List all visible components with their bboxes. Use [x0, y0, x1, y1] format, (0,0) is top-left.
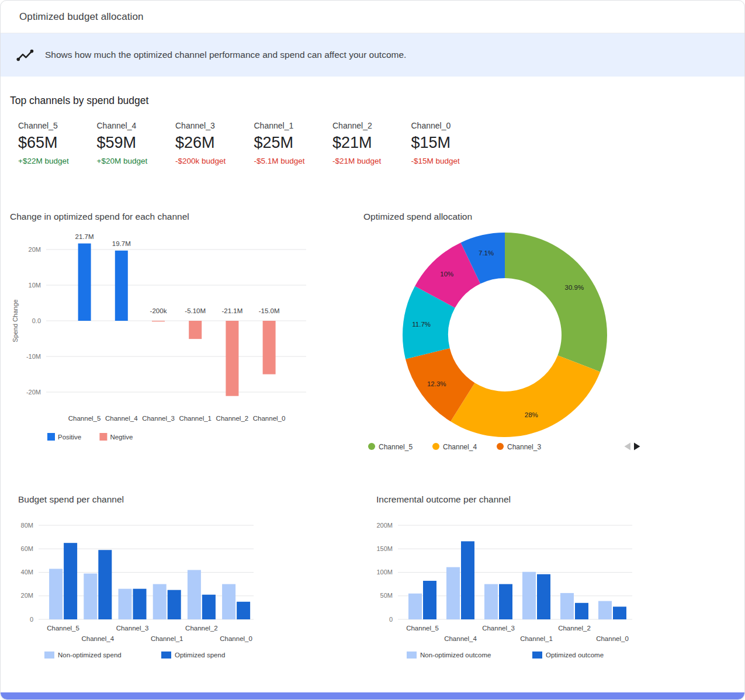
x-tick-label: Channel_5	[47, 625, 79, 632]
spend-change-chart-title: Change in optimized spend for each chann…	[10, 212, 189, 222]
channel-budget-delta: -$21M budget	[332, 157, 411, 165]
channel-name: Channel_4	[97, 122, 176, 130]
channel-spend-value: $21M	[332, 135, 411, 151]
channel-name: Channel_2	[332, 122, 411, 130]
donut-slice	[505, 233, 607, 372]
spend-change-bar	[78, 244, 91, 321]
y-tick-label: 200M	[376, 522, 393, 529]
bottom-accent-bar	[1, 692, 744, 699]
channel-card-channel_2: Channel_2$21M-$21M budget	[332, 122, 411, 165]
spend-change-bar	[152, 321, 165, 321]
x-tick-label: Channel_3	[482, 625, 515, 632]
budget-allocation-card: Optimized budget allocation Shows how mu…	[0, 0, 745, 700]
legend-label: Non-optimized spend	[58, 652, 122, 659]
y-tick-label: 100M	[376, 569, 393, 576]
optimized-bar	[202, 595, 216, 619]
non-optimized-bar	[222, 584, 235, 619]
optimized-bar	[499, 584, 512, 619]
y-tick-label: 150M	[376, 545, 393, 552]
optimized-bar	[613, 607, 626, 619]
legend-label: Optimized spend	[175, 652, 225, 659]
non-optimized-bar	[119, 589, 132, 619]
x-tick-label: Channel_5	[68, 415, 101, 422]
channel-card-channel_5: Channel_5$65M+$22M budget	[18, 122, 97, 165]
y-tick-label: 50M	[380, 592, 393, 599]
donut-slice	[451, 355, 600, 437]
legend-label: Negtive	[110, 434, 133, 441]
non-optimized-bar	[598, 601, 612, 619]
y-tick-label: 0	[389, 616, 393, 623]
legend-next-button[interactable]	[634, 443, 640, 451]
y-tick-label: 20M	[21, 592, 33, 599]
channel-spend-value: $15M	[411, 135, 490, 151]
legend-dot	[497, 443, 504, 450]
y-tick-label: 0.0	[32, 317, 41, 324]
y-axis-title: Spend Change	[12, 299, 19, 342]
channel-spend-value: $65M	[18, 135, 97, 151]
legend-label: Positive	[58, 434, 81, 441]
optimized-bar	[237, 602, 250, 619]
budget-spend-chart-title: Budget spend per channel	[18, 494, 124, 505]
budget-spend-chart: 020M40M60M80MChannel_5Channel_4Channel_3…	[18, 515, 299, 664]
x-tick-label: Channel_2	[185, 625, 218, 632]
slice-percent-label: 30.9%	[565, 284, 584, 291]
y-tick-label: 20M	[29, 246, 41, 253]
optimized-bar	[575, 603, 588, 619]
spend-allocation-chart-title: Optimized spend allocation	[363, 212, 472, 222]
bar-value-label: 21.7M	[75, 233, 94, 240]
optimized-bar	[461, 541, 474, 619]
legend-swatch	[99, 433, 107, 441]
y-tick-label: 40M	[21, 569, 33, 576]
bar-value-label: -200k	[150, 307, 167, 314]
x-tick-label: Channel_4	[105, 415, 138, 422]
x-tick-label: Channel_0	[253, 415, 286, 422]
channel-card-channel_4: Channel_4$59M+$20M budget	[97, 122, 176, 165]
channel-spend-value: $59M	[97, 135, 176, 151]
legend-label: Optimized outcome	[546, 652, 604, 659]
y-tick-label: -20M	[26, 389, 41, 396]
incremental-outcome-chart-title: Incremental outcome per channel	[376, 494, 511, 505]
card-titlebar: Optimized budget allocation	[1, 1, 744, 33]
insights-icon	[16, 46, 34, 64]
legend-dot	[432, 443, 439, 450]
x-tick-label: Channel_0	[596, 635, 629, 642]
x-tick-label: Channel_1	[179, 415, 212, 422]
channel-spend-value: $26M	[175, 135, 254, 151]
legend-label: Channel_3	[507, 443, 541, 451]
channel-budget-delta: -$200k budget	[175, 157, 254, 165]
legend-swatch	[44, 652, 54, 659]
page-title: Optimized budget allocation	[19, 11, 144, 23]
channel-budget-delta: -$5.1M budget	[254, 157, 333, 165]
top-channels-heading: Top channels by spend budget	[10, 95, 148, 107]
x-tick-label: Channel_0	[220, 635, 252, 642]
info-banner: Shows how much the optimized channel per…	[1, 33, 744, 77]
x-tick-label: Channel_4	[444, 635, 477, 642]
legend-prev-button[interactable]	[625, 443, 631, 451]
channel-card-channel_1: Channel_1$25M-$5.1M budget	[254, 122, 333, 165]
non-optimized-bar	[408, 594, 422, 619]
x-tick-label: Channel_4	[81, 635, 114, 642]
spend-change-chart: 20M10M0.0-10M-20MSpend Change21.7MChanne…	[10, 227, 325, 452]
info-banner-text: Shows how much the optimized channel per…	[45, 50, 406, 60]
y-tick-label: 80M	[21, 522, 33, 529]
non-optimized-bar	[188, 570, 201, 619]
x-tick-label: Channel_1	[151, 635, 183, 642]
report-page: Optimized budget allocation Shows how mu…	[0, 0, 745, 700]
spend-change-bar	[189, 321, 202, 339]
channel-budget-delta: +$20M budget	[97, 157, 176, 165]
spend-allocation-donut-chart: 30.9%28%12.3%11.7%10%7.1%Channel_5Channe…	[363, 227, 691, 461]
x-tick-label: Channel_1	[520, 635, 553, 642]
channel-name: Channel_0	[411, 122, 490, 130]
legend-dot	[368, 443, 375, 450]
non-optimized-bar	[153, 584, 167, 619]
x-tick-label: Channel_5	[406, 625, 439, 632]
channel-name: Channel_3	[175, 122, 254, 130]
spend-change-bar	[115, 251, 128, 321]
non-optimized-bar	[446, 567, 460, 619]
non-optimized-bar	[484, 584, 498, 619]
channel-card-channel_3: Channel_3$26M-$200k budget	[175, 122, 254, 165]
non-optimized-bar	[560, 593, 574, 619]
legend-label: Non-optimized outcome	[420, 652, 491, 659]
legend-swatch	[161, 652, 171, 659]
channel-budget-delta: +$22M budget	[18, 157, 97, 165]
